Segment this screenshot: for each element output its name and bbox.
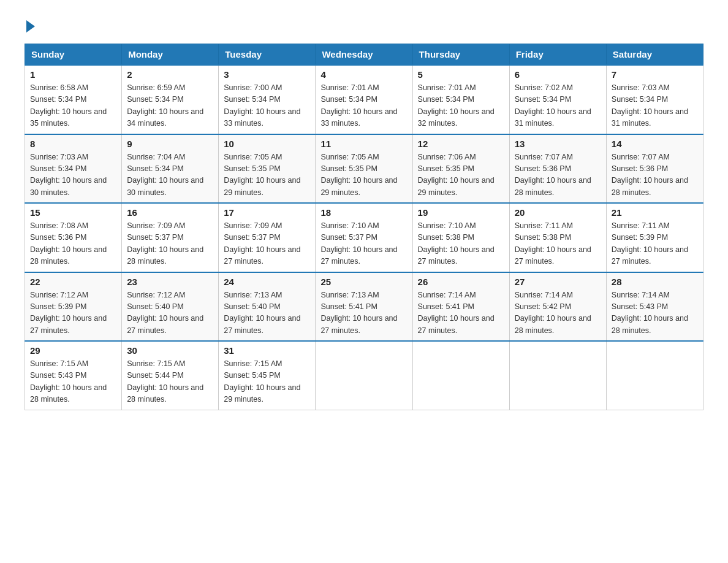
calendar-cell: 6Sunrise: 7:02 AMSunset: 5:34 PMDaylight… [509, 65, 606, 134]
day-number: 30 [127, 345, 213, 356]
logo-arrow-icon [26, 20, 35, 33]
calendar-cell: 4Sunrise: 7:01 AMSunset: 5:34 PMDaylight… [316, 65, 412, 134]
calendar-cell [412, 341, 509, 410]
day-info: Sunrise: 7:14 AMSunset: 5:43 PMDaylight:… [612, 289, 698, 337]
day-info: Sunrise: 7:03 AMSunset: 5:34 PMDaylight:… [612, 82, 698, 130]
day-info: Sunrise: 7:02 AMSunset: 5:34 PMDaylight:… [515, 82, 601, 130]
calendar-cell: 5Sunrise: 7:01 AMSunset: 5:34 PMDaylight… [412, 65, 509, 134]
calendar-cell: 23Sunrise: 7:12 AMSunset: 5:40 PMDayligh… [122, 272, 219, 342]
day-info: Sunrise: 7:05 AMSunset: 5:35 PMDaylight:… [320, 151, 407, 199]
day-info: Sunrise: 6:58 AMSunset: 5:34 PMDaylight:… [30, 82, 116, 130]
calendar-cell: 17Sunrise: 7:09 AMSunset: 5:37 PMDayligh… [219, 203, 316, 272]
day-info: Sunrise: 7:13 AMSunset: 5:40 PMDaylight:… [224, 289, 310, 337]
day-number: 23 [127, 277, 213, 287]
calendar-cell: 7Sunrise: 7:03 AMSunset: 5:34 PMDaylight… [606, 65, 703, 134]
calendar-cell: 19Sunrise: 7:10 AMSunset: 5:38 PMDayligh… [412, 203, 509, 272]
calendar-cell [509, 341, 606, 410]
day-info: Sunrise: 7:01 AMSunset: 5:34 PMDaylight:… [418, 82, 504, 130]
day-info: Sunrise: 7:09 AMSunset: 5:37 PMDaylight:… [224, 220, 310, 268]
calendar-cell: 30Sunrise: 7:15 AMSunset: 5:44 PMDayligh… [122, 341, 219, 410]
day-number: 24 [224, 277, 310, 287]
day-info: Sunrise: 6:59 AMSunset: 5:34 PMDaylight:… [127, 82, 213, 130]
day-number: 12 [418, 139, 504, 149]
day-number: 27 [515, 277, 601, 287]
day-number: 15 [30, 207, 116, 218]
day-number: 13 [515, 139, 601, 149]
calendar-cell: 21Sunrise: 7:11 AMSunset: 5:39 PMDayligh… [606, 203, 703, 272]
day-number: 8 [30, 139, 116, 149]
calendar-cell: 3Sunrise: 7:00 AMSunset: 5:34 PMDaylight… [219, 65, 316, 134]
day-info: Sunrise: 7:13 AMSunset: 5:41 PMDaylight:… [320, 289, 407, 337]
day-number: 18 [320, 207, 407, 218]
day-number: 2 [127, 69, 213, 80]
day-info: Sunrise: 7:06 AMSunset: 5:35 PMDaylight:… [418, 151, 504, 199]
calendar-cell [606, 341, 703, 410]
day-number: 19 [418, 207, 504, 218]
calendar-cell: 24Sunrise: 7:13 AMSunset: 5:40 PMDayligh… [219, 272, 316, 342]
day-info: Sunrise: 7:10 AMSunset: 5:38 PMDaylight:… [418, 220, 504, 268]
weekday-header-monday: Monday [122, 44, 219, 66]
calendar-cell: 14Sunrise: 7:07 AMSunset: 5:36 PMDayligh… [606, 134, 703, 204]
day-info: Sunrise: 7:07 AMSunset: 5:36 PMDaylight:… [515, 151, 601, 199]
calendar-cell: 8Sunrise: 7:03 AMSunset: 5:34 PMDaylight… [25, 134, 122, 204]
calendar-cell: 31Sunrise: 7:15 AMSunset: 5:45 PMDayligh… [219, 341, 316, 410]
weekday-header-wednesday: Wednesday [316, 44, 412, 66]
day-number: 25 [320, 277, 407, 287]
day-number: 22 [30, 277, 116, 287]
page-header [25, 18, 703, 31]
calendar-cell: 2Sunrise: 6:59 AMSunset: 5:34 PMDaylight… [122, 65, 219, 134]
calendar-cell [316, 341, 412, 410]
calendar-cell: 11Sunrise: 7:05 AMSunset: 5:35 PMDayligh… [316, 134, 412, 204]
day-info: Sunrise: 7:15 AMSunset: 5:45 PMDaylight:… [224, 358, 310, 406]
day-number: 16 [127, 207, 213, 218]
day-info: Sunrise: 7:00 AMSunset: 5:34 PMDaylight:… [224, 82, 310, 130]
day-info: Sunrise: 7:05 AMSunset: 5:35 PMDaylight:… [224, 151, 310, 199]
weekday-header-friday: Friday [509, 44, 606, 66]
week-row-3: 15Sunrise: 7:08 AMSunset: 5:36 PMDayligh… [25, 203, 703, 272]
calendar-cell: 27Sunrise: 7:14 AMSunset: 5:42 PMDayligh… [509, 272, 606, 342]
day-number: 14 [612, 139, 698, 149]
day-info: Sunrise: 7:01 AMSunset: 5:34 PMDaylight:… [320, 82, 407, 130]
day-info: Sunrise: 7:07 AMSunset: 5:36 PMDaylight:… [612, 151, 698, 199]
calendar-cell: 25Sunrise: 7:13 AMSunset: 5:41 PMDayligh… [316, 272, 412, 342]
day-number: 21 [612, 207, 698, 218]
calendar-cell: 10Sunrise: 7:05 AMSunset: 5:35 PMDayligh… [219, 134, 316, 204]
day-number: 29 [30, 345, 116, 356]
day-info: Sunrise: 7:12 AMSunset: 5:39 PMDaylight:… [30, 289, 116, 337]
day-info: Sunrise: 7:03 AMSunset: 5:34 PMDaylight:… [30, 151, 116, 199]
week-row-5: 29Sunrise: 7:15 AMSunset: 5:43 PMDayligh… [25, 341, 703, 410]
calendar-cell: 22Sunrise: 7:12 AMSunset: 5:39 PMDayligh… [25, 272, 122, 342]
calendar-cell: 1Sunrise: 6:58 AMSunset: 5:34 PMDaylight… [25, 65, 122, 134]
calendar-cell: 9Sunrise: 7:04 AMSunset: 5:34 PMDaylight… [122, 134, 219, 204]
day-number: 26 [418, 277, 504, 287]
week-row-2: 8Sunrise: 7:03 AMSunset: 5:34 PMDaylight… [25, 134, 703, 204]
day-number: 20 [515, 207, 601, 218]
weekday-header-sunday: Sunday [25, 44, 122, 66]
day-info: Sunrise: 7:15 AMSunset: 5:43 PMDaylight:… [30, 358, 116, 406]
logo [25, 18, 35, 31]
day-number: 3 [224, 69, 310, 80]
day-info: Sunrise: 7:10 AMSunset: 5:37 PMDaylight:… [320, 220, 407, 268]
day-info: Sunrise: 7:09 AMSunset: 5:37 PMDaylight:… [127, 220, 213, 268]
weekday-header-tuesday: Tuesday [219, 44, 316, 66]
day-number: 11 [320, 139, 407, 149]
calendar-cell: 16Sunrise: 7:09 AMSunset: 5:37 PMDayligh… [122, 203, 219, 272]
day-number: 5 [418, 69, 504, 80]
day-number: 7 [612, 69, 698, 80]
weekday-header-saturday: Saturday [606, 44, 703, 66]
day-number: 17 [224, 207, 310, 218]
day-number: 10 [224, 139, 310, 149]
day-number: 31 [224, 345, 310, 356]
calendar-cell: 29Sunrise: 7:15 AMSunset: 5:43 PMDayligh… [25, 341, 122, 410]
day-info: Sunrise: 7:11 AMSunset: 5:39 PMDaylight:… [612, 220, 698, 268]
day-info: Sunrise: 7:08 AMSunset: 5:36 PMDaylight:… [30, 220, 116, 268]
day-info: Sunrise: 7:12 AMSunset: 5:40 PMDaylight:… [127, 289, 213, 337]
day-info: Sunrise: 7:14 AMSunset: 5:42 PMDaylight:… [515, 289, 601, 337]
calendar-cell: 13Sunrise: 7:07 AMSunset: 5:36 PMDayligh… [509, 134, 606, 204]
day-number: 6 [515, 69, 601, 80]
day-info: Sunrise: 7:11 AMSunset: 5:38 PMDaylight:… [515, 220, 601, 268]
weekday-header-row: SundayMondayTuesdayWednesdayThursdayFrid… [25, 44, 703, 66]
day-info: Sunrise: 7:04 AMSunset: 5:34 PMDaylight:… [127, 151, 213, 199]
day-number: 28 [612, 277, 698, 287]
day-number: 9 [127, 139, 213, 149]
